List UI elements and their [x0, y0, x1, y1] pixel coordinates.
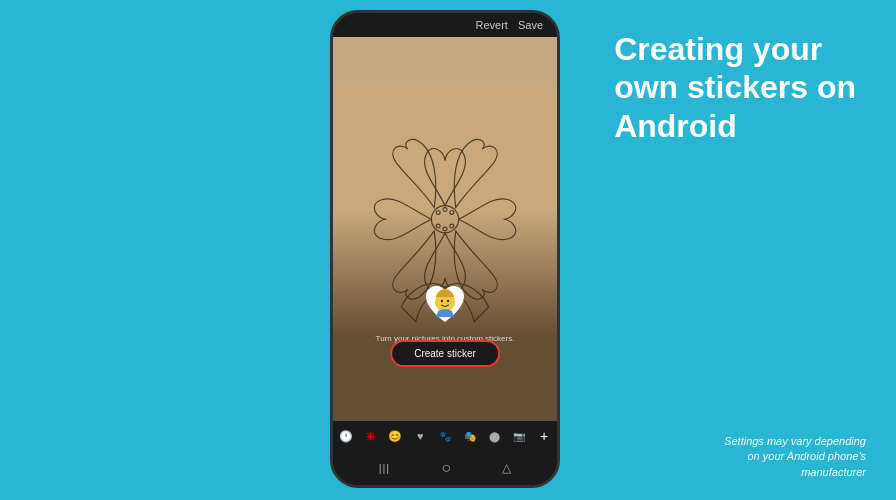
heart-toolbar-icon[interactable]: ♥: [411, 427, 429, 445]
avatar-sticker: [423, 282, 467, 326]
save-button[interactable]: Save: [518, 19, 543, 31]
phone-image-area: Turn your pictures into custom stickers.…: [333, 37, 557, 421]
footnote-section: Settings may vary depending on your Andr…: [724, 434, 866, 480]
footnote-line2: on your Android phone's: [748, 450, 867, 462]
footnote-line1: Settings may vary depending: [724, 435, 866, 447]
title-line1: Creating your: [614, 31, 822, 67]
phone-mockup: Revert Save: [330, 10, 560, 488]
clock-icon[interactable]: 🕐: [337, 427, 355, 445]
phone-frame: Revert Save: [330, 10, 560, 488]
title-line3: Android: [614, 108, 737, 144]
main-title: Creating your own stickers on Android: [614, 30, 856, 145]
phone-top-bar: Revert Save: [333, 13, 557, 37]
home-nav-button[interactable]: ○: [441, 459, 451, 477]
phone-toolbar: 🕐 ✳ 😊 ♥ 🐾 🎭 ⬤ 📷 +: [333, 421, 557, 451]
title-section: Creating your own stickers on Android: [614, 30, 856, 145]
star-burst-icon[interactable]: ✳: [362, 427, 380, 445]
paw-icon[interactable]: 🐾: [436, 427, 454, 445]
recents-nav-button[interactable]: △: [502, 461, 511, 475]
smiley-face-icon[interactable]: 😊: [387, 427, 405, 445]
sticker-icon[interactable]: 🎭: [461, 427, 479, 445]
back-nav-button[interactable]: |||: [379, 462, 391, 474]
phone-nav-bar: ||| ○ △: [333, 451, 557, 485]
title-line2: own stickers on: [614, 69, 856, 105]
create-sticker-button[interactable]: Create sticker: [390, 340, 500, 367]
footnote-line3: manufacturer: [801, 466, 866, 478]
revert-button[interactable]: Revert: [476, 19, 508, 31]
camera-icon[interactable]: 📷: [510, 427, 528, 445]
add-toolbar-icon[interactable]: +: [535, 427, 553, 445]
circle-dot-icon[interactable]: ⬤: [486, 427, 504, 445]
svg-point-9: [441, 300, 443, 302]
svg-point-10: [447, 300, 449, 302]
